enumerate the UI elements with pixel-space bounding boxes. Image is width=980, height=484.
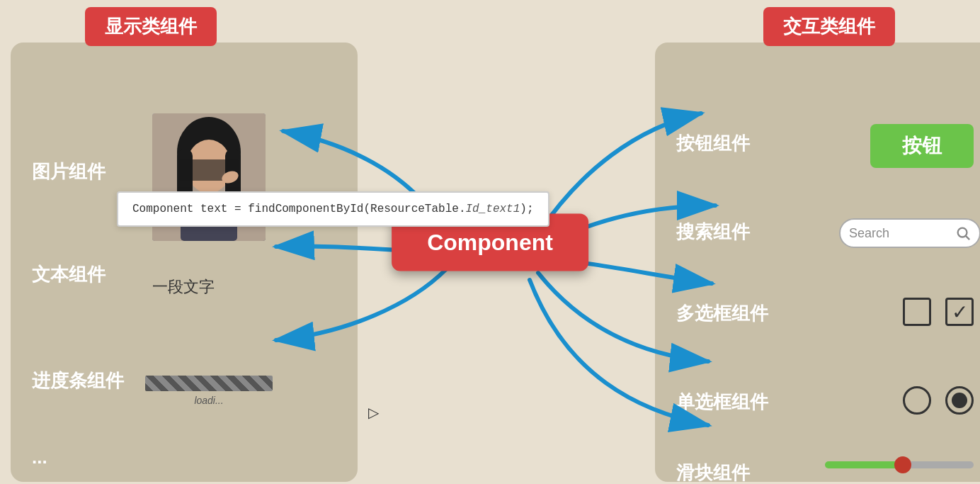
- radio-inner-dot: [952, 393, 967, 408]
- slider-display[interactable]: [825, 455, 980, 475]
- mouse-cursor: ▷: [368, 404, 379, 421]
- code-text-main: Component text = findComponentById(Resou…: [132, 203, 534, 215]
- progress-bar: [145, 376, 273, 391]
- text-sample: 一段文字: [152, 276, 215, 298]
- main-container: 显示类组件 交互类组件 图片组件: [0, 0, 980, 484]
- radio-group: [903, 386, 974, 415]
- slider-thumb[interactable]: [894, 456, 911, 473]
- slider-track-empty: [910, 461, 974, 468]
- checkbox-checked[interactable]: ✓: [945, 298, 974, 326]
- sample-button[interactable]: 按钮: [870, 124, 974, 168]
- more-components-label: ...: [32, 446, 47, 468]
- checkbox-component-label: 多选框组件: [676, 301, 768, 326]
- search-box[interactable]: Search: [839, 218, 980, 248]
- radio-unchecked[interactable]: [903, 386, 931, 415]
- left-panel: 图片组件 文本: [11, 43, 358, 482]
- svg-point-8: [958, 228, 967, 237]
- loading-text: loadi...: [194, 395, 223, 406]
- svg-line-9: [966, 236, 969, 240]
- checkbox-unchecked[interactable]: [903, 298, 931, 326]
- radio-checked[interactable]: [945, 386, 974, 415]
- progress-component-label: 进度条组件: [32, 368, 124, 393]
- interactive-components-label: 交互类组件: [763, 7, 895, 46]
- slider-track-filled: [825, 461, 896, 468]
- search-component-label: 搜索组件: [676, 220, 750, 244]
- radio-component-label: 单选框组件: [676, 390, 768, 415]
- image-component-label: 图片组件: [32, 159, 106, 184]
- button-component-label: 按钮组件: [676, 131, 750, 156]
- progress-display: loadi...: [145, 376, 273, 406]
- search-icon: [955, 225, 971, 241]
- code-italic-part: Id_text1: [465, 203, 520, 215]
- search-placeholder-text: Search: [849, 226, 950, 241]
- text-component-label: 文本组件: [32, 262, 106, 287]
- display-components-label: 显示类组件: [85, 7, 217, 46]
- code-box: Component text = findComponentById(Resou…: [117, 191, 549, 227]
- slider-component-label: 滑块组件: [676, 461, 750, 484]
- checkbox-group: ✓: [903, 298, 974, 326]
- right-panel: 按钮组件 按钮 搜索组件 Search 多选框组件 ✓ 单选框组件 滑块组件: [655, 43, 980, 482]
